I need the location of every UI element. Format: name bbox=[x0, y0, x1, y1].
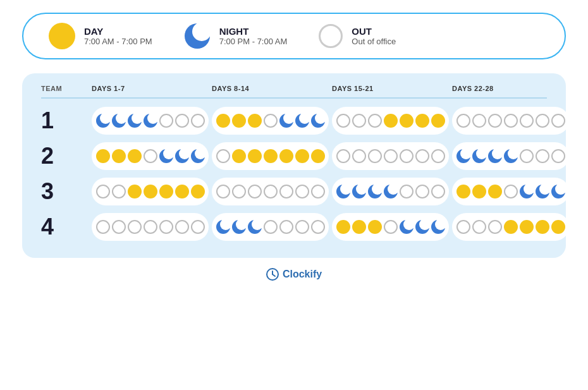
day-symbol bbox=[232, 149, 246, 163]
schedule-cell bbox=[92, 213, 209, 241]
day-symbol bbox=[216, 114, 230, 128]
out-symbol bbox=[352, 149, 366, 163]
night-symbol bbox=[144, 114, 157, 128]
night-symbol bbox=[551, 185, 565, 198]
night-symbol bbox=[279, 114, 293, 128]
day-symbol bbox=[400, 114, 413, 128]
out-symbol bbox=[295, 220, 309, 234]
day-symbol bbox=[232, 114, 246, 128]
out-symbol bbox=[551, 149, 565, 163]
team-number: 3 bbox=[41, 178, 92, 205]
out-symbol bbox=[368, 149, 382, 163]
schedule-cell bbox=[452, 178, 569, 205]
team-number: 2 bbox=[41, 143, 92, 169]
day-symbol bbox=[456, 185, 470, 198]
out-symbol bbox=[352, 114, 366, 128]
out-symbol bbox=[472, 114, 486, 128]
out-symbol bbox=[551, 114, 565, 128]
out-symbol bbox=[431, 185, 445, 198]
clockify-logo-icon bbox=[266, 268, 279, 281]
night-symbol bbox=[336, 185, 350, 198]
night-symbol bbox=[175, 149, 189, 163]
legend-night-subtitle: 7:00 PM - 7:00 AM bbox=[219, 37, 288, 46]
out-symbol bbox=[279, 185, 293, 198]
night-symbol bbox=[128, 114, 142, 128]
legend-day-title: DAY bbox=[84, 26, 152, 37]
out-symbol bbox=[536, 149, 549, 163]
out-symbol bbox=[112, 220, 126, 234]
night-symbol bbox=[488, 149, 502, 163]
out-symbol bbox=[112, 185, 126, 198]
night-symbol bbox=[536, 185, 549, 198]
day-symbol bbox=[112, 149, 126, 163]
out-symbol bbox=[520, 149, 534, 163]
schedule-cell bbox=[332, 178, 449, 205]
legend-night: NIGHT 7:00 PM - 7:00 AM bbox=[184, 23, 288, 49]
night-symbol bbox=[248, 220, 262, 234]
day-symbol bbox=[536, 220, 549, 234]
out-symbol bbox=[128, 220, 142, 234]
legend-day: DAY 7:00 AM - 7:00 PM bbox=[49, 23, 152, 49]
schedule-cell bbox=[212, 107, 329, 135]
schedule-cell bbox=[452, 213, 569, 241]
out-symbol bbox=[384, 149, 398, 163]
table-header: TEAM DAYS 1-7 DAYS 8-14 DAYS 15-21 DAYS … bbox=[41, 85, 547, 99]
day-symbol bbox=[248, 149, 262, 163]
day-symbol bbox=[175, 185, 189, 198]
night-symbol bbox=[431, 220, 445, 234]
schedule-cell bbox=[452, 142, 569, 170]
night-symbol bbox=[352, 185, 366, 198]
out-symbol bbox=[456, 220, 470, 234]
day-symbol bbox=[472, 185, 486, 198]
out-symbol bbox=[264, 220, 278, 234]
out-symbol bbox=[400, 149, 413, 163]
day-symbol bbox=[128, 185, 142, 198]
day-symbol bbox=[128, 149, 142, 163]
col-team: TEAM bbox=[41, 85, 92, 92]
out-symbol bbox=[216, 185, 230, 198]
day-symbol bbox=[264, 149, 278, 163]
night-symbol bbox=[295, 114, 309, 128]
schedule-cell bbox=[212, 142, 329, 170]
night-symbol bbox=[232, 220, 246, 234]
out-symbol bbox=[336, 149, 350, 163]
schedule-cell bbox=[212, 178, 329, 205]
schedule-cell bbox=[332, 107, 449, 135]
out-symbol bbox=[336, 114, 350, 128]
day-symbol bbox=[191, 185, 205, 198]
out-icon bbox=[319, 24, 343, 48]
day-symbol bbox=[384, 114, 398, 128]
col-days-8-14: DAYS 8-14 bbox=[212, 85, 332, 92]
out-symbol bbox=[175, 220, 189, 234]
night-symbol bbox=[472, 149, 486, 163]
out-symbol bbox=[488, 220, 502, 234]
night-symbol bbox=[415, 220, 429, 234]
night-symbol bbox=[216, 220, 230, 234]
out-symbol bbox=[488, 114, 502, 128]
out-symbol bbox=[232, 185, 246, 198]
day-symbol bbox=[551, 220, 565, 234]
night-symbol bbox=[504, 149, 518, 163]
day-symbol bbox=[415, 114, 429, 128]
schedule-cell bbox=[92, 107, 209, 135]
night-symbol bbox=[384, 185, 398, 198]
moon-icon bbox=[184, 23, 211, 49]
day-symbol bbox=[431, 114, 445, 128]
night-symbol bbox=[191, 149, 205, 163]
out-symbol bbox=[384, 220, 398, 234]
col-days-1-7: DAYS 1-7 bbox=[92, 85, 212, 92]
table-row: 4 bbox=[41, 211, 547, 243]
day-symbol bbox=[279, 149, 293, 163]
legend-out: OUT Out of office bbox=[319, 24, 396, 48]
table-row: 2 bbox=[41, 140, 547, 172]
team-number: 1 bbox=[41, 107, 92, 134]
night-symbol bbox=[96, 114, 110, 128]
out-symbol bbox=[415, 149, 429, 163]
day-symbol bbox=[352, 220, 366, 234]
out-symbol bbox=[96, 185, 110, 198]
night-symbol bbox=[520, 185, 534, 198]
night-symbol bbox=[456, 149, 470, 163]
out-symbol bbox=[96, 220, 110, 234]
out-symbol bbox=[311, 220, 325, 234]
team-number: 4 bbox=[41, 214, 92, 240]
